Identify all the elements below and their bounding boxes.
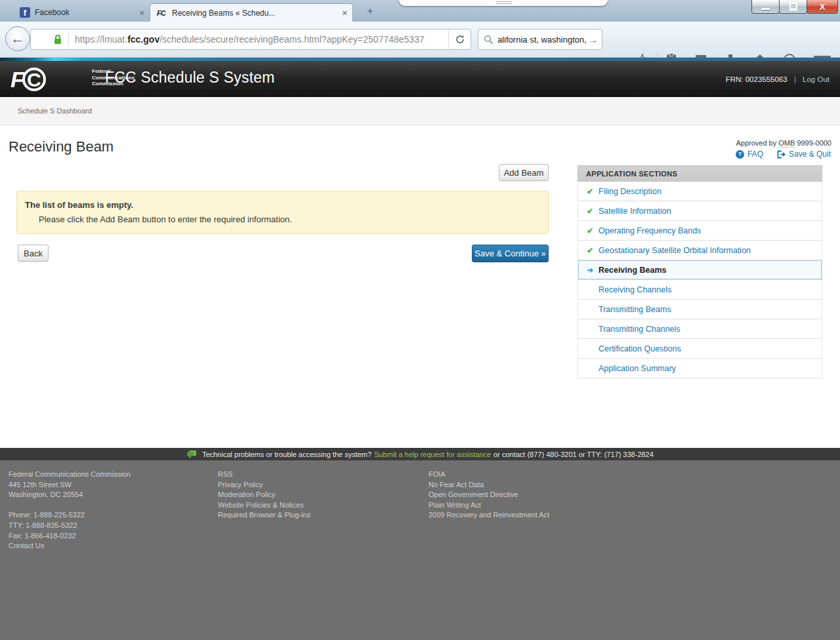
- footer-text: 445 12th Street SW: [9, 480, 131, 490]
- footer-column-policies: RSSPrivacy PolicyModeration PolicyWebsit…: [218, 470, 310, 521]
- sidebar-item-transmitting-channels[interactable]: Transmitting Channels: [578, 319, 822, 339]
- help-bar: Technical problems or trouble accessing …: [0, 448, 840, 460]
- save-continue-button[interactable]: Save & Continue »: [472, 245, 549, 262]
- url-bar[interactable]: https://lmuat.fcc.gov/schedules/secure/r…: [30, 29, 471, 50]
- fcc-logo[interactable]: F C: [9, 66, 88, 92]
- fcc-header: F C Federal Communications Commission FC…: [0, 61, 840, 97]
- tab-title: Facebook: [35, 8, 135, 17]
- sidebar-item-label[interactable]: Application Summary: [598, 364, 676, 373]
- tab-title: Receiving Beams « Schedu...: [172, 9, 338, 18]
- check-icon: ✔: [587, 207, 598, 215]
- url-text: https://lmuat.fcc.gov/schedules/secure/r…: [75, 34, 448, 45]
- fcc-favicon-icon: FC: [157, 8, 167, 18]
- sidebar-item-label[interactable]: Satellite Information: [598, 207, 671, 216]
- footer-text: Federal Communications Commission: [9, 470, 131, 480]
- svg-text:C: C: [27, 69, 41, 90]
- omb-abbr: OMB: [778, 139, 795, 148]
- footer-link[interactable]: Required Browser & Plug-ins: [218, 510, 310, 521]
- breadcrumb[interactable]: Schedule S Dashboard: [18, 107, 92, 115]
- current-arrow-icon: ➜: [587, 266, 598, 274]
- search-go-icon[interactable]: →: [588, 34, 598, 45]
- sidebar-item-label[interactable]: Transmitting Beams: [598, 305, 671, 314]
- footer-link[interactable]: Moderation Policy: [218, 490, 310, 500]
- omb-approval-note: Approved by OMB 9999-0000: [736, 139, 831, 147]
- tab-close-icon[interactable]: ×: [139, 8, 144, 18]
- main-content: Receiving Beam Approved by OMB 9999-0000…: [0, 125, 840, 448]
- sidebar-item-label[interactable]: Receiving Channels: [598, 285, 671, 294]
- sidebar-item-geostationary-satellite-orbital-information[interactable]: ✔Geostationary Satellite Orbital Informa…: [578, 241, 822, 260]
- check-icon: ✔: [587, 227, 598, 235]
- save-quit-link[interactable]: Save & Quit: [776, 150, 831, 159]
- footer-link[interactable]: FOIA: [429, 470, 549, 480]
- footer-column-contact: Federal Communications Commission445 12t…: [9, 470, 131, 551]
- footer-link[interactable]: Plain Writing Act: [429, 500, 549, 511]
- frn-label: FRN: 0023555063: [726, 75, 788, 83]
- empty-list-alert: The list of beams is empty. Please click…: [16, 191, 549, 234]
- sidebar-item-label[interactable]: Filing Description: [598, 187, 662, 196]
- app-title: FCC Schedule S System: [105, 69, 275, 87]
- application-sections-header: APPLICATION SECTIONS: [578, 165, 822, 182]
- footer-text: Phone: 1-888-225-5322: [9, 510, 131, 521]
- sidebar-item-receiving-beams[interactable]: ➜Receiving Beams: [578, 260, 822, 280]
- footer: Federal Communications Commission445 12t…: [0, 460, 840, 640]
- facebook-icon: f: [20, 7, 30, 18]
- search-input[interactable]: [497, 35, 587, 45]
- application-sections-list: ✔Filing Description✔Satellite Informatio…: [578, 182, 822, 378]
- new-tab-button[interactable]: +: [362, 5, 378, 18]
- footer-link[interactable]: No Fear Act Data: [429, 480, 549, 490]
- exit-icon: [776, 150, 786, 159]
- sidebar-item-label[interactable]: Receiving Beams: [598, 266, 667, 275]
- browser-window: f Facebook × FC Receiving Beams « Schedu…: [0, 0, 840, 640]
- restore-button[interactable]: [779, 0, 807, 14]
- back-button[interactable]: ←: [5, 26, 30, 51]
- tab-receiving-beams[interactable]: FC Receiving Beams « Schedu... ×: [150, 3, 353, 22]
- logout-link[interactable]: Log Out: [803, 75, 830, 83]
- sidebar-item-operating-frequency-bands[interactable]: ✔Operating Frequency Bands: [578, 221, 822, 241]
- footer-text: Washington, DC 20554: [9, 490, 131, 500]
- chat-bubbles-icon: [186, 450, 197, 459]
- back-page-button[interactable]: Back: [18, 245, 49, 262]
- sidebar-item-filing-description[interactable]: ✔Filing Description: [578, 182, 822, 201]
- page-title: Receiving Beam: [9, 138, 114, 155]
- tab-close-icon[interactable]: ×: [342, 8, 347, 18]
- sidebar-item-label[interactable]: Operating Frequency Bands: [598, 226, 701, 235]
- sidebar-item-label[interactable]: Geostationary Satellite Orbital Informat…: [598, 246, 751, 255]
- sidebar-item-label[interactable]: Certification Questions: [598, 344, 681, 353]
- footer-link[interactable]: Contact Us: [9, 541, 131, 551]
- sidebar-item-satellite-information[interactable]: ✔Satellite Information: [578, 201, 822, 221]
- grip-icon: [496, 1, 512, 5]
- footer-text: TTY: 1-888-835-5322: [9, 521, 131, 531]
- sidebar-item-receiving-channels[interactable]: Receiving Channels: [578, 280, 822, 300]
- check-icon: ✔: [587, 188, 598, 195]
- minimize-button[interactable]: [751, 0, 780, 14]
- footer-link[interactable]: RSS: [218, 470, 310, 480]
- sidebar-item-certification-questions[interactable]: Certification Questions: [578, 339, 822, 359]
- footer-link[interactable]: Open Government Directive: [429, 490, 549, 500]
- check-icon: ✔: [587, 247, 598, 254]
- footer-text: Fax: 1-866-418-0232: [9, 531, 131, 542]
- footer-link[interactable]: Website Policies & Notices: [218, 500, 310, 511]
- question-icon: ?: [736, 150, 744, 159]
- footer-link[interactable]: 2009 Recovery and Reinvestment Act: [429, 510, 549, 521]
- reload-icon[interactable]: [448, 30, 471, 49]
- search-box[interactable]: →: [478, 29, 602, 50]
- help-request-link[interactable]: Submit a help request for assistance: [374, 450, 491, 458]
- breadcrumb-bar: Schedule S Dashboard: [0, 97, 840, 125]
- add-beam-button[interactable]: Add Beam: [499, 164, 549, 181]
- close-button[interactable]: X: [807, 0, 838, 14]
- sidebar-item-label[interactable]: Transmitting Channels: [598, 325, 681, 334]
- window-peek-panel: [399, 0, 608, 6]
- alert-title: The list of beams is empty.: [25, 200, 540, 210]
- tab-facebook[interactable]: f Facebook ×: [13, 3, 150, 22]
- footer-text: [9, 500, 131, 511]
- lock-icon: [53, 34, 62, 45]
- footer-link[interactable]: Privacy Policy: [218, 480, 310, 490]
- help-text-before: Technical problems or trouble accessing …: [202, 450, 371, 458]
- search-icon: [484, 35, 494, 45]
- alert-body: Please click the Add Beam button to ente…: [39, 214, 540, 224]
- page-viewport: F C Federal Communications Commission FC…: [0, 58, 840, 640]
- faq-link[interactable]: ? FAQ: [736, 150, 763, 159]
- sidebar-item-transmitting-beams[interactable]: Transmitting Beams: [578, 300, 822, 319]
- sidebar-item-application-summary[interactable]: Application Summary: [578, 359, 822, 378]
- divider: [68, 33, 69, 46]
